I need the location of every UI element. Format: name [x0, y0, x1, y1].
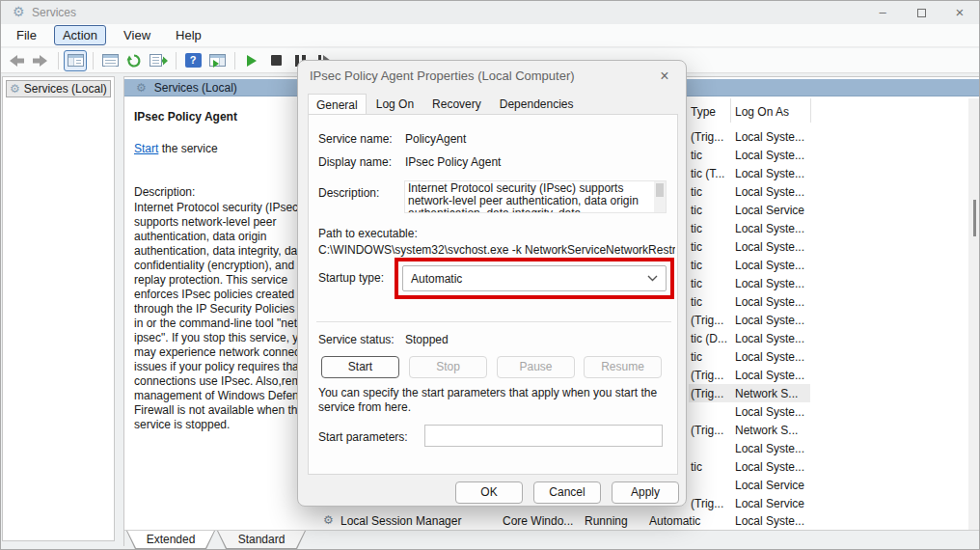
logon-as-cell: Local Syste...	[735, 442, 804, 455]
table-row[interactable]: ticLocal Syste...	[689, 237, 970, 256]
logon-as-cell: Local Syste...	[735, 149, 804, 162]
help-icon[interactable]: ?	[181, 50, 204, 71]
logon-as-cell: Local Service	[735, 479, 804, 492]
column-divider[interactable]	[730, 98, 731, 123]
menu-file[interactable]: File	[9, 26, 44, 44]
table-row[interactable]: ticLocal Syste...	[689, 347, 970, 366]
table-row[interactable]: ticLocal Syste...	[689, 146, 970, 164]
title-bar: ⚙ Services – ×	[1, 1, 979, 24]
startup-type-cell: tic (D...	[691, 332, 727, 345]
table-row[interactable]: tic (D...Local Syste...	[689, 329, 970, 347]
services-rows: (Trig...Local Syste...ticLocal Syste...t…	[689, 127, 970, 512]
table-row[interactable]: ticLocal Syste...	[689, 274, 970, 292]
menu-view[interactable]: View	[116, 26, 158, 44]
resume-button[interactable]: Resume	[584, 356, 662, 378]
start-parameters-note: You can specify the start parameters tha…	[318, 386, 671, 415]
table-row[interactable]: (Trig...Network S...	[689, 384, 810, 402]
properties-icon[interactable]	[98, 50, 122, 71]
table-row[interactable]: (Trig...Local Syste...	[689, 311, 970, 329]
table-row[interactable]: ticLocal Syste...	[689, 182, 970, 201]
display-name-value: IPsec Policy Agent	[405, 155, 501, 169]
tab-extended[interactable]: Extended	[126, 531, 215, 549]
table-row[interactable]: ticLocal Syste...	[689, 457, 970, 476]
menu-action[interactable]: Action	[54, 25, 106, 45]
startup-type-cell: (Trig...	[691, 130, 723, 144]
table-row[interactable]: (Trig...Local Service	[689, 494, 970, 512]
path-label: Path to executable:	[318, 227, 418, 240]
tab-general[interactable]: General	[308, 94, 367, 116]
services-window: ⚙ Services – × File Action View Help	[0, 0, 980, 550]
logon-as-cell: Local Syste...	[735, 185, 804, 199]
back-icon[interactable]	[5, 50, 28, 71]
table-row[interactable]: (Trig...Local Syste...	[689, 127, 970, 146]
refresh-icon[interactable]	[122, 50, 146, 71]
ok-button[interactable]: OK	[455, 481, 523, 504]
startup-type-value: Automatic	[411, 272, 462, 286]
show-console-tree-icon[interactable]	[64, 50, 87, 71]
table-row[interactable]: (Trig...Network S...	[689, 421, 970, 439]
start-service-suffix: the service	[158, 142, 217, 155]
start-service-icon[interactable]	[240, 50, 263, 71]
export-list-icon[interactable]	[147, 50, 170, 71]
cancel-button[interactable]: Cancel	[533, 481, 601, 504]
logon-as-cell: Network S...	[735, 387, 798, 400]
table-row[interactable]: ticLocal Syste...	[689, 219, 970, 237]
tab-standard-label: Standard	[238, 533, 286, 546]
view-tabs: Extended Standard	[124, 530, 980, 549]
startup-type-cell: (Trig...	[691, 497, 723, 510]
table-row[interactable]: Local Syste...	[689, 402, 970, 421]
table-row[interactable]: ticLocal Syste...	[689, 256, 970, 274]
table-row[interactable]: tic (T...Local Syste...	[689, 164, 970, 182]
path-value: C:\WINDOWS\system32\svchost.exe -k Netwo…	[318, 243, 675, 257]
scrollbar-thumb[interactable]	[656, 183, 664, 197]
column-header-logon-as[interactable]: Log On As	[735, 105, 789, 119]
tab-dependencies[interactable]: Dependencies	[491, 94, 583, 115]
toolbar-separator	[93, 52, 94, 69]
console-tree-panel: ⚙ Services (Local)	[2, 76, 115, 541]
startup-type-cell: (Trig...	[691, 314, 723, 327]
vertical-scrollbar[interactable]	[968, 98, 980, 530]
startup-type-cell: (Trig...	[691, 369, 723, 382]
tab-recovery[interactable]: Recovery	[423, 94, 490, 115]
stop-service-icon[interactable]	[264, 50, 287, 71]
stop-button[interactable]: Stop	[409, 356, 487, 378]
dialog-description-box[interactable]: Internet Protocol security (IPsec) suppo…	[404, 180, 667, 213]
table-row[interactable]: Local Syste...	[689, 439, 970, 457]
menu-help[interactable]: Help	[168, 26, 209, 44]
table-row[interactable]: ticLocal Syste...	[689, 292, 970, 311]
start-parameters-input[interactable]	[424, 425, 663, 447]
dialog-close-icon[interactable]: ×	[653, 65, 676, 88]
logon-as-cell: Local Syste...	[735, 222, 804, 235]
tree-item-services-local[interactable]: ⚙ Services (Local)	[6, 80, 111, 97]
tab-log-on[interactable]: Log On	[368, 94, 422, 115]
minimize-button[interactable]: –	[863, 1, 902, 24]
scrollbar-thumb[interactable]	[973, 200, 976, 236]
logon-as-cell: Local Syste...	[735, 405, 804, 419]
menu-bar: File Action View Help	[1, 24, 979, 47]
table-row[interactable]: ticLocal Service	[689, 201, 970, 219]
table-row[interactable]: ⚙ Local Session Manager Core Windo... Ru…	[124, 512, 980, 530]
tab-standard[interactable]: Standard	[217, 531, 306, 549]
start-button[interactable]: Start	[321, 356, 399, 378]
start-service-link[interactable]: Start	[134, 142, 158, 155]
forward-icon[interactable]	[29, 50, 52, 71]
service-description-cell: Core Windo...	[503, 514, 573, 528]
apply-button[interactable]: Apply	[612, 481, 679, 504]
toolbar-separator	[176, 52, 177, 69]
services-app-icon: ⚙	[13, 5, 25, 18]
maximize-button[interactable]	[902, 1, 940, 24]
service-startup-cell: Automatic	[649, 514, 700, 528]
service-status-cell: Running	[585, 514, 628, 528]
column-header-startup-type[interactable]: Type	[691, 105, 716, 119]
close-button[interactable]: ×	[940, 1, 979, 24]
tab-extended-label: Extended	[147, 533, 196, 546]
column-divider[interactable]	[810, 98, 811, 123]
description-scrollbar[interactable]	[654, 181, 666, 212]
show-action-pane-icon[interactable]	[205, 50, 229, 71]
pause-button[interactable]: Pause	[497, 356, 575, 378]
table-row[interactable]: (Trig...Local Syste...	[689, 366, 970, 384]
table-row[interactable]: Local Service	[689, 476, 970, 494]
startup-type-cell: tic (T...	[691, 167, 724, 180]
startup-type-dropdown[interactable]: Automatic	[402, 265, 667, 291]
startup-type-cell: (Trig...	[691, 424, 723, 437]
